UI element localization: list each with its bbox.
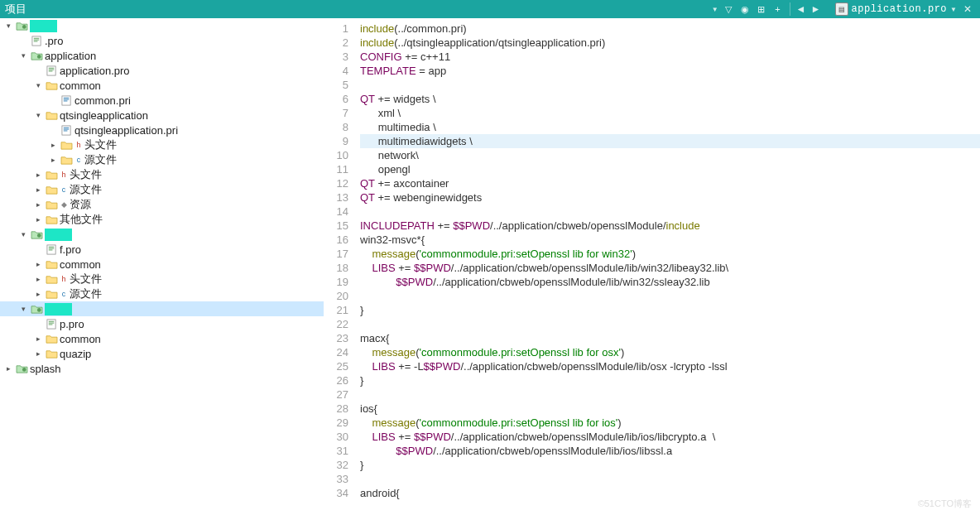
folder-icon xyxy=(45,109,58,121)
code-line[interactable]: LIBS += $$PWD/../application/cbweb/opens… xyxy=(360,261,980,275)
active-file-name[interactable]: application.pro xyxy=(852,3,948,15)
code-line[interactable]: message('commonmodule.pri:setOpenssl lib… xyxy=(360,345,980,359)
code-line[interactable]: QT += widgets \ xyxy=(360,92,980,106)
code-line[interactable]: } xyxy=(360,373,980,387)
sync-icon[interactable]: ◉ xyxy=(738,2,752,16)
close-tab-icon[interactable]: ✕ xyxy=(960,3,975,15)
code-line[interactable] xyxy=(360,78,980,92)
code-line[interactable]: include(../qtsingleapplication/qtsinglea… xyxy=(360,36,980,50)
expand-icon[interactable]: ▸ xyxy=(33,335,43,343)
svg-rect-8 xyxy=(48,69,54,70)
code-line[interactable]: network\ xyxy=(360,148,980,162)
project-tree[interactable]: ▾ ▸.pro▾application▸application.pro▾comm… xyxy=(0,18,324,515)
tree-row[interactable]: ▸.pro xyxy=(0,33,324,48)
code-line[interactable] xyxy=(360,317,980,331)
code-line[interactable] xyxy=(360,289,980,303)
tree-row[interactable]: ▾common xyxy=(0,78,324,93)
tree-row[interactable]: ▸h头文件 xyxy=(0,167,324,182)
nav-forward-icon[interactable]: ► xyxy=(810,3,822,15)
tree-row[interactable]: ▸common.pri xyxy=(0,93,324,108)
nav-back-icon[interactable]: ◄ xyxy=(795,3,807,15)
code-area[interactable]: include(../common.pri)include(../qtsingl… xyxy=(353,18,980,515)
tree-row[interactable]: ▸application.pro xyxy=(0,63,324,78)
add-icon[interactable]: + xyxy=(771,2,785,16)
tree-row[interactable]: ▸c源文件 xyxy=(0,152,324,167)
code-line[interactable] xyxy=(360,472,980,486)
svg-rect-9 xyxy=(48,70,52,71)
tree-row[interactable]: ▸f.pro xyxy=(0,242,324,257)
tree-row[interactable]: ▾ xyxy=(0,18,324,33)
svg-point-18 xyxy=(36,233,41,238)
code-line[interactable]: TEMPLATE = app xyxy=(360,64,980,78)
code-line[interactable]: win32-msvc*{ xyxy=(360,233,980,247)
code-line[interactable]: xml \ xyxy=(360,106,980,120)
tree-row[interactable]: ▸h头文件 xyxy=(0,137,324,152)
expand-icon[interactable]: ▸ xyxy=(33,290,43,298)
code-line[interactable]: $$PWD/../application/cbweb/opensslModule… xyxy=(360,275,980,289)
collapse-icon[interactable]: ▾ xyxy=(18,230,28,238)
tree-row[interactable]: ▸qtsingleapplication.pri xyxy=(0,123,324,137)
project-dropdown-icon[interactable]: ▼ xyxy=(712,6,718,13)
collapse-icon[interactable]: ▾ xyxy=(33,111,43,119)
tree-row[interactable]: ▸h头文件 xyxy=(0,272,324,286)
code-line[interactable]: QT += axcontainer xyxy=(360,176,980,190)
code-line[interactable]: include(../common.pri) xyxy=(360,22,980,36)
svg-rect-20 xyxy=(48,246,54,247)
collapse-icon[interactable]: ▾ xyxy=(18,305,28,313)
code-line[interactable]: message('commonmodule.pri:setOpenssl lib… xyxy=(360,416,980,430)
split-icon[interactable]: ⊞ xyxy=(755,2,768,16)
tree-row[interactable]: ▸common xyxy=(0,257,324,272)
code-line[interactable]: } xyxy=(360,458,980,472)
svg-rect-7 xyxy=(48,67,54,68)
tree-row[interactable]: ▾qtsingleapplication xyxy=(0,108,324,123)
code-line[interactable]: android{ xyxy=(360,486,980,500)
expand-icon[interactable]: ▸ xyxy=(33,171,43,179)
code-line[interactable]: CONFIG += c++11 xyxy=(360,50,980,64)
expand-icon[interactable]: ▸ xyxy=(33,200,43,209)
code-line[interactable]: INCLUDEPATH += $$PWD/../application/cbwe… xyxy=(360,219,980,233)
expand-icon[interactable]: ▸ xyxy=(3,364,13,373)
tree-row[interactable]: ▾ xyxy=(0,301,324,316)
collapse-icon[interactable]: ▾ xyxy=(18,51,28,60)
file-dropdown-icon[interactable]: ▼ xyxy=(950,6,957,13)
code-line[interactable]: multimedia \ xyxy=(360,120,980,134)
code-line[interactable] xyxy=(360,387,980,402)
filter-icon[interactable]: ▽ xyxy=(722,2,735,16)
expand-icon[interactable]: ▸ xyxy=(33,215,43,224)
code-line[interactable]: macx{ xyxy=(360,331,980,345)
expand-icon[interactable]: ▸ xyxy=(48,156,58,164)
collapse-icon[interactable]: ▾ xyxy=(3,22,13,30)
code-line[interactable] xyxy=(360,205,980,219)
expand-icon[interactable]: ▸ xyxy=(48,141,58,149)
code-line[interactable]: LIBS += -L$$PWD/../application/cbweb/ope… xyxy=(360,359,980,373)
tree-item-label: 源文件 xyxy=(84,152,117,167)
tree-row[interactable]: ▸common xyxy=(0,331,324,346)
code-line[interactable]: opengl xyxy=(360,162,980,176)
tree-row[interactable]: ▸c源文件 xyxy=(0,286,324,301)
code-line[interactable]: QT += webenginewidgets xyxy=(360,190,980,205)
tree-row[interactable]: ▸c源文件 xyxy=(0,182,324,197)
tree-row[interactable]: ▾application xyxy=(0,48,324,63)
tree-row[interactable]: ▸其他文件 xyxy=(0,212,324,227)
tree-item-label: 源文件 xyxy=(70,182,102,197)
code-line[interactable]: ios{ xyxy=(360,402,980,416)
code-editor[interactable]: 1234567891011121314151617181920212223242… xyxy=(324,18,980,515)
expand-icon[interactable]: ▸ xyxy=(33,275,43,283)
code-line[interactable]: } xyxy=(360,303,980,317)
tree-row[interactable]: ▸p.pro xyxy=(0,316,324,331)
svg-rect-13 xyxy=(63,100,67,101)
code-line[interactable]: $$PWD/../application/cbweb/opensslModule… xyxy=(360,444,980,458)
expand-icon[interactable]: ▸ xyxy=(33,260,43,268)
tree-item-label: common xyxy=(60,333,101,345)
tree-row[interactable]: ▸◆资源 xyxy=(0,197,324,212)
code-line[interactable]: LIBS += $$PWD/../application/cbweb/opens… xyxy=(360,430,980,444)
tree-row[interactable]: ▸splash xyxy=(0,361,324,376)
code-line[interactable]: message('commonmodule.pri:setOpenssl lib… xyxy=(360,247,980,261)
collapse-icon[interactable]: ▾ xyxy=(33,81,43,89)
expand-icon[interactable]: ▸ xyxy=(33,185,43,194)
tree-item-label: .pro xyxy=(45,35,63,47)
tree-row[interactable]: ▸quazip xyxy=(0,346,324,361)
tree-row[interactable]: ▾ xyxy=(0,227,324,242)
expand-icon[interactable]: ▸ xyxy=(33,349,43,358)
code-line[interactable]: multimediawidgets \ xyxy=(360,134,980,148)
